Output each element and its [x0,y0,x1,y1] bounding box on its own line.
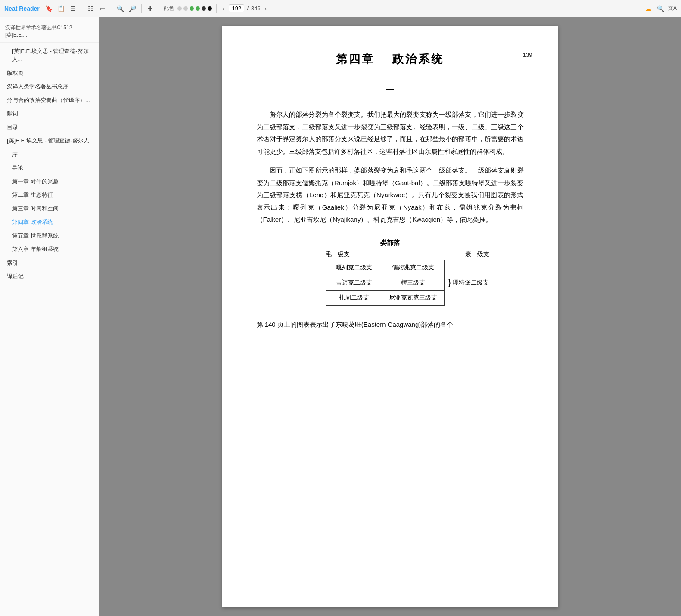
sidebar-item-15[interactable]: 索引 [0,256,99,270]
chapter-title: 第四章 政治系统 [257,52,524,67]
table-row: 嘎列克二级支 儒姆兆克二级支 [326,260,445,275]
paragraph-1: 努尔人的部落分裂为各个裂变支。我们把最大的裂变支称为一级部落支，它们进一步裂变为… [257,108,524,158]
app-name: Neat Reader [4,5,40,12]
paragraph-2: 因而，正如下图所示的那样，娄部落裂变为衰和毛这两个一级部落支。一级部落支衰则裂变… [257,164,524,226]
color-dot-3[interactable] [190,6,194,11]
main-area: 汉译世界学术名著丛书C1512 [英]E.E.... [英]E.E.埃文思 - … [0,17,681,616]
next-page-button[interactable]: › [263,4,269,13]
expand-icon[interactable]: ✚ [146,4,155,13]
diagram-row: 嘎列克二级支 儒姆兆克二级支 吉迈克二级支 楞三级支 扎周二级支 尼亚克瓦克三级… [291,260,489,306]
sidebar-item-14[interactable]: 第六章 年龄组系统 [0,242,99,256]
cell-0-0: 嘎列克二级支 [326,260,382,275]
sidebar-item-6[interactable]: [英]E E 埃文思 - 管理查德-努尔人 [0,134,99,148]
section-mark: 一 [257,84,524,96]
search3-icon[interactable]: 🔍 [656,4,665,13]
prev-page-button[interactable]: ‹ [221,4,227,13]
page-navigation: ‹ / 346 › [221,4,269,13]
sidebar-item-10[interactable]: 第二章 生态特征 [0,188,99,202]
cell-0-1: 儒姆兆克二级支 [382,260,445,275]
search-icon[interactable]: 🔍 [116,4,125,13]
color-palette: 配色 [164,5,212,12]
page-separator: / [247,5,249,12]
diagram-table: 嘎列克二级支 儒姆兆克二级支 吉迈克二级支 楞三级支 扎周二级支 尼亚克瓦克三级… [326,260,445,306]
separator4 [159,4,159,13]
diagram-title: 娄部落 [380,239,400,247]
diagram-subtitle-right: 衰一级支 [465,251,489,258]
total-pages: 346 [251,5,261,12]
sidebar-item-5[interactable]: 目录 [0,121,99,134]
sidebar-item-9[interactable]: 第一章 对牛的兴趣 [0,175,99,189]
toolbar: Neat Reader 🔖 📋 ☰ ☷ ▭ 🔍 🔎 ✚ 配色 ‹ / 346 ›… [0,0,681,17]
cell-2-0: 扎周二级支 [326,290,382,305]
sidebar-item-1[interactable]: 版权页 [0,66,99,80]
sidebar: 汉译世界学术名著丛书C1512 [英]E.E.... [英]E.E.埃文思 - … [0,17,99,616]
diagram: 娄部落 毛一级支 衰一级支 嘎列克二级支 儒姆兆克二级支 吉迈克二级支 楞三级支 [257,239,524,306]
copy-icon[interactable]: 📋 [57,4,65,13]
color-dot-4[interactable] [196,6,200,11]
color-dot-1[interactable] [177,6,182,11]
grid-icon[interactable]: ☷ [87,4,95,13]
sidebar-item-7[interactable]: 序 [0,148,99,161]
table-row: 吉迈克二级支 楞三级支 [326,275,445,290]
sidebar-item-13[interactable]: 第五章 世系群系统 [0,229,99,243]
sidebar-item-16[interactable]: 译后记 [0,269,99,283]
color-dot-5[interactable] [202,6,206,11]
color-dot-6[interactable] [208,6,212,11]
cell-1-1: 楞三级支 [382,275,445,290]
bookmark-icon[interactable]: 🔖 [45,4,53,13]
cell-1-0: 吉迈克二级支 [326,275,382,290]
diagram-subtitle-left: 毛一级支 [326,251,350,258]
separator2 [112,4,112,13]
menu-icon[interactable]: ☰ [69,4,78,13]
page-number-input[interactable] [229,4,244,12]
search2-icon[interactable]: 🔎 [128,4,137,13]
separator [82,4,82,13]
color-label: 配色 [164,5,174,12]
sidebar-item-0[interactable]: [英]E.E.埃文思 - 管理查德-努尔人... [0,44,99,66]
separator5 [216,4,217,13]
reader-area[interactable]: 第四章 政治系统 139 一 努尔人的部落分裂为各个裂变支。我们把最大的裂变支称… [99,17,681,616]
table-row: 扎周二级支 尼亚克瓦克三级支 [326,290,445,305]
page-number-label: 139 [523,52,532,58]
cell-2-1: 尼亚克瓦克三级支 [382,290,445,305]
font-icon[interactable]: 文A [668,4,677,13]
book-title: 汉译世界学术名著丛书C1512 [英]E.E.... [0,21,99,43]
diagram-right-label: } 嘎特堡二级支 [448,278,489,288]
sidebar-item-8[interactable]: 导论 [0,161,99,175]
cloud-icon[interactable]: ☁ [644,4,653,13]
sidebar-item-11[interactable]: 第三章 时间和空间 [0,202,99,216]
page-content: 第四章 政治系统 139 一 努尔人的部落分裂为各个裂变支。我们把最大的裂变支称… [222,26,558,607]
sidebar-item-12[interactable]: 第四章 政治系统 [0,215,99,229]
color-dot-2[interactable] [183,6,188,11]
bottom-text: 第 140 页上的图表表示出了东嘎葛旺(Eastern Gaagwang)部落的… [257,319,524,331]
toolbar-right: ☁ 🔍 文A [644,4,677,13]
sidebar-item-4[interactable]: 献词 [0,107,99,121]
separator3 [141,4,142,13]
layout-icon[interactable]: ▭ [99,4,107,13]
sidebar-item-2[interactable]: 汉译人类学名著丛书总序 [0,80,99,93]
sidebar-item-3[interactable]: 分与合的政治变奏曲（代译序）... [0,93,99,107]
